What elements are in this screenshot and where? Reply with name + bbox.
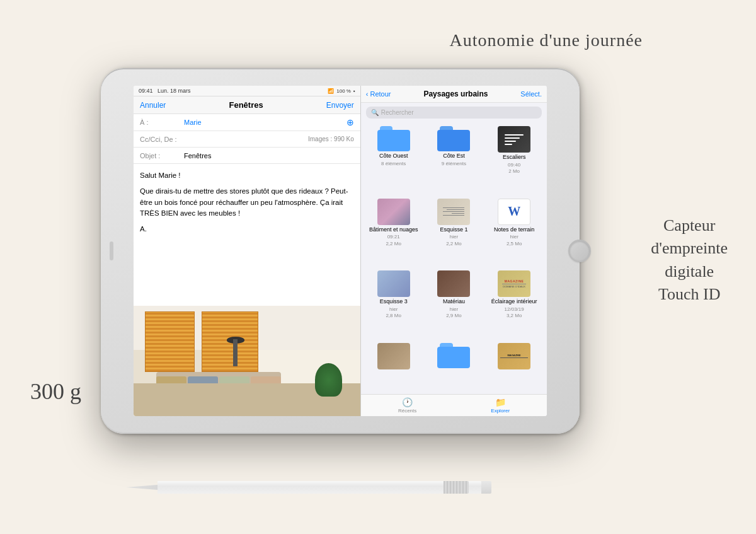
file-thumb-batiment [377,199,410,225]
file-meta-batiment: 09:212,2 Mo [386,234,401,247]
file-thumb-recent3: MAGAZINE [498,343,530,369]
autonomie-label: Autonomie d'une journée [450,30,643,50]
mail-cc-field: Cc/Cci, De : Images : 990 Ko [134,131,360,148]
file-thumb-escaliers [498,126,530,153]
battery-icon: ▪ [353,88,355,94]
file-name-notes-terrain: Notes de terrain [494,226,534,233]
file-item-escaliers[interactable]: Escaliers 09:402 Mo [486,126,542,194]
file-item-recent2[interactable] [427,343,482,390]
file-meta-esquisse3: hier2,8 Mo [386,306,401,320]
search-icon: 🔍 [371,109,379,116]
folder-recent2-icon [437,343,470,368]
mail-to-label: À : [140,119,184,126]
word-icon: W [508,204,520,219]
mail-to-field: À : Marie ⊕ [134,114,360,131]
file-item-recent1[interactable] [366,343,421,390]
file-name-batiment: Bâtiment et nuages [369,226,418,233]
file-meta-materiau: hier2,9 Mo [446,306,461,320]
mail-room-image [134,306,360,416]
file-name-esquisse3: Esquisse 3 [380,298,408,305]
mail-subject-field: Objet : Fenêtres [134,148,360,164]
lamp-icon [233,339,238,367]
weight-label: 300 g [30,378,81,405]
files-grid: Côte Ouest 8 éléments Côte Est 9 élément… [361,122,547,394]
mail-status-bar: 09:41 Lun. 18 mars 📶 100 % ▪ [134,86,360,96]
ipad-body: 09:41 Lun. 18 mars 📶 100 % ▪ Annuler Fen… [101,68,580,434]
mail-add-recipient-button[interactable]: ⊕ [346,117,354,127]
tab-explorer-label: Explorer [491,408,510,414]
apple-pencil [126,479,491,496]
plant-icon [315,363,342,397]
blind-left-icon [145,311,195,372]
files-search-input[interactable]: Rechercher [381,109,414,116]
mail-cc-label: Cc/Cci, De : [140,136,184,143]
file-meta-escaliers: 09:402 Mo [508,162,520,175]
file-item-esquisse3[interactable]: Esquisse 3 hier2,8 Mo [366,270,421,338]
file-item-esquisse1[interactable]: Esquisse 1 hier2,2 Mo [427,199,482,266]
file-thumb-esquisse3 [377,270,410,297]
mail-subject-label: Objet : [140,152,184,160]
mail-body[interactable]: Salut Marie ! Que dirais-tu de mettre de… [134,164,360,306]
file-item-eclairage[interactable]: MAGAZINE DOMAINE D'IDAUX Éclairage intér… [486,270,542,338]
files-panel: ‹ Retour Paysages urbains Sélect. 🔍 Rech… [361,86,547,416]
pencil-end [481,481,491,494]
file-item-cote-est[interactable]: Côte Est 9 éléments [427,126,482,194]
files-nav: ‹ Retour Paysages urbains Sélect. [361,86,547,103]
touch-id-button[interactable] [568,240,591,262]
mail-signature: A. [140,224,354,235]
mail-cancel-button[interactable]: Annuler [140,101,166,110]
mail-compose-title: Fenêtres [229,100,263,110]
tab-recents[interactable]: 🕐 Récents [361,397,454,414]
file-meta-esquisse1: hier2,2 Mo [446,234,461,247]
side-button[interactable] [110,241,113,260]
mail-send-button[interactable]: Envoyer [326,101,354,110]
files-folder-title: Paysages urbains [423,90,488,98]
file-name-cote-ouest: Côte Ouest [379,153,408,160]
battery-percent: 100 % [336,88,351,94]
file-meta-cote-ouest: 8 éléments [381,161,406,167]
folder-cote-est-icon [437,126,470,151]
pencil-body [158,481,481,494]
file-thumb-recent1 [377,343,410,369]
wifi-icon: 📶 [328,88,334,94]
explorer-icon: 📁 [495,397,506,407]
mail-paragraph: Que dirais-tu de mettre des stores plutô… [140,186,354,219]
ipad-device: 09:41 Lun. 18 mars 📶 100 % ▪ Annuler Fen… [101,68,580,434]
ipad-screen: 09:41 Lun. 18 mars 📶 100 % ▪ Annuler Fen… [134,86,547,416]
recents-icon: 🕐 [402,397,413,407]
pencil-tip [126,485,158,490]
mail-panel: 09:41 Lun. 18 mars 📶 100 % ▪ Annuler Fen… [134,86,361,416]
file-item-recent3[interactable]: MAGAZINE [486,343,542,390]
mail-nav: Annuler Fenêtres Envoyer [134,96,360,114]
file-thumb-eclairage: MAGAZINE DOMAINE D'IDAUX [498,270,530,297]
file-name-materiau: Matériau [443,298,465,305]
file-item-materiau[interactable]: Matériau hier2,9 Mo [427,270,482,338]
files-back-button[interactable]: ‹ Retour [366,90,391,98]
status-time-date: 09:41 Lun. 18 mars [139,88,191,94]
tab-explorer[interactable]: 📁 Explorer [454,397,547,414]
file-meta-notes-terrain: hier2,5 Mo [507,234,522,247]
tab-recents-label: Récents [398,408,416,414]
files-tabbar: 🕐 Récents 📁 Explorer [361,394,547,416]
file-name-esquisse1: Esquisse 1 [440,226,467,233]
mail-subject-value[interactable]: Fenêtres [184,152,354,160]
mail-to-value[interactable]: Marie [184,119,343,126]
file-thumb-esquisse1 [437,199,470,225]
file-thumb-materiau [437,270,470,297]
file-item-cote-ouest[interactable]: Côte Ouest 8 éléments [366,126,421,194]
mail-images-info: Images : 990 Ko [308,136,354,142]
file-item-batiment[interactable]: Bâtiment et nuages 09:212,2 Mo [366,199,421,266]
folder-cote-ouest-icon [377,126,410,151]
file-thumb-notes-terrain: W [498,199,530,225]
mail-greeting: Salut Marie ! [140,170,354,181]
files-select-button[interactable]: Sélect. [520,90,542,98]
files-search-bar[interactable]: 🔍 Rechercher [366,107,542,119]
file-name-escaliers: Escaliers [503,154,526,161]
chevron-left-icon: ‹ [366,90,369,98]
file-name-eclairage: Éclairage intérieur [491,298,537,305]
file-name-cote-est: Côte Est [443,153,465,160]
capteur-label: Capteurd'empreintedigitaleTouch ID [651,214,728,306]
pencil-grip [444,481,469,494]
file-meta-eclairage: 12/03/193,2 Mo [505,306,524,320]
file-item-notes-terrain[interactable]: W Notes de terrain hier2,5 Mo [486,199,542,266]
